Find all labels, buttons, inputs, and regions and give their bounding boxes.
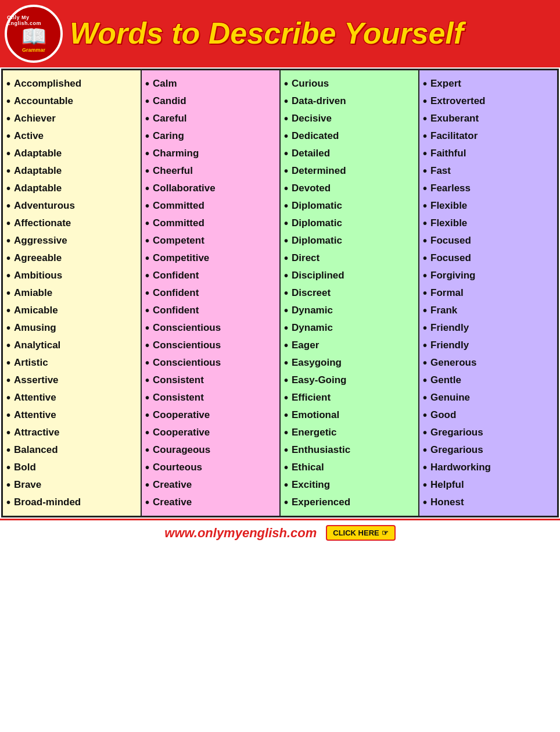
cursor-icon: ☞: [382, 529, 389, 537]
list-item: Disciplined: [284, 267, 415, 284]
logo-book-icon: 📖: [21, 26, 47, 47]
list-item: Honest: [423, 494, 554, 511]
list-item: Consistent: [145, 372, 276, 389]
click-here-button[interactable]: CLICK HERE ☞: [326, 525, 395, 541]
list-item: Generous: [423, 354, 554, 372]
list-item: Easy-Going: [284, 372, 415, 389]
logo: Only My English.com 📖 Grammar: [5, 5, 63, 63]
list-item: Diplomatic: [284, 232, 415, 249]
list-item: Adaptable: [6, 180, 137, 197]
list-item: Attractive: [6, 424, 137, 441]
column-col4: ExpertExtrovertedExuberantFacilitatorFai…: [419, 70, 557, 516]
list-item: Extroverted: [423, 92, 554, 110]
list-item: Dedicated: [284, 127, 415, 145]
list-item: Flexible: [423, 215, 554, 232]
list-item: Charming: [145, 145, 276, 162]
word-list-col4: ExpertExtrovertedExuberantFacilitatorFai…: [423, 75, 554, 511]
list-item: Confident: [145, 284, 276, 302]
list-item: Fast: [423, 162, 554, 180]
list-item: Active: [6, 127, 137, 145]
list-item: Emotional: [284, 406, 415, 424]
list-item: Brave: [6, 476, 137, 494]
list-item: Determined: [284, 162, 415, 180]
word-list-col2: CalmCandidCarefulCaringCharmingCheerfulC…: [145, 75, 276, 511]
list-item: Adaptable: [6, 162, 137, 180]
list-item: Adventurous: [6, 197, 137, 215]
list-item: Courageous: [145, 441, 276, 459]
list-item: Achiever: [6, 110, 137, 127]
list-item: Amicable: [6, 302, 137, 319]
list-item: Bold: [6, 459, 137, 476]
list-item: Creative: [145, 494, 276, 511]
list-item: Caring: [145, 127, 276, 145]
list-item: Consistent: [145, 389, 276, 406]
list-item: Creative: [145, 476, 276, 494]
list-item: Experienced: [284, 494, 415, 511]
list-item: Ambitious: [6, 267, 137, 284]
list-item: Friendly: [423, 337, 554, 354]
list-item: Easygoing: [284, 354, 415, 372]
list-item: Good: [423, 406, 554, 424]
list-item: Aggressive: [6, 232, 137, 249]
list-item: Competitive: [145, 249, 276, 267]
list-item: Courteous: [145, 459, 276, 476]
list-item: Expert: [423, 75, 554, 92]
list-item: Attentive: [6, 389, 137, 406]
list-item: Direct: [284, 249, 415, 267]
footer-url: www.onlymyenglish.com: [164, 526, 317, 541]
list-item: Confident: [145, 302, 276, 319]
list-item: Cheerful: [145, 162, 276, 180]
list-item: Careful: [145, 110, 276, 127]
list-item: Committed: [145, 197, 276, 215]
list-item: Gentle: [423, 372, 554, 389]
list-item: Discreet: [284, 284, 415, 302]
list-item: Calm: [145, 75, 276, 92]
list-item: Focused: [423, 232, 554, 249]
list-item: Genuine: [423, 389, 554, 406]
main-content: AccomplishedAccountableAchieverActiveAda…: [1, 69, 559, 517]
list-item: Confident: [145, 267, 276, 284]
list-item: Devoted: [284, 180, 415, 197]
list-item: Forgiving: [423, 267, 554, 284]
list-item: Energetic: [284, 424, 415, 441]
list-item: Flexible: [423, 197, 554, 215]
list-item: Broad-minded: [6, 494, 137, 511]
list-item: Ethical: [284, 459, 415, 476]
list-item: Decisive: [284, 110, 415, 127]
list-item: Conscientious: [145, 319, 276, 337]
list-item: Gregarious: [423, 424, 554, 441]
list-item: Amiable: [6, 284, 137, 302]
list-item: Fearless: [423, 180, 554, 197]
column-col3: CuriousData-drivenDecisiveDedicatedDetai…: [281, 70, 419, 516]
list-item: Dynamic: [284, 302, 415, 319]
footer: www.onlymyenglish.com CLICK HERE ☞: [0, 519, 560, 545]
list-item: Facilitator: [423, 127, 554, 145]
list-item: Eager: [284, 337, 415, 354]
list-item: Faithful: [423, 145, 554, 162]
list-item: Detailed: [284, 145, 415, 162]
list-item: Frank: [423, 302, 554, 319]
list-item: Curious: [284, 75, 415, 92]
list-item: Formal: [423, 284, 554, 302]
list-item: Assertive: [6, 372, 137, 389]
list-item: Artistic: [6, 354, 137, 372]
list-item: Helpful: [423, 476, 554, 494]
list-item: Committed: [145, 215, 276, 232]
list-item: Amusing: [6, 319, 137, 337]
list-item: Competent: [145, 232, 276, 249]
list-item: Dynamic: [284, 319, 415, 337]
header: Only My English.com 📖 Grammar Words to D…: [0, 0, 560, 67]
list-item: Diplomatic: [284, 215, 415, 232]
list-item: Accountable: [6, 92, 137, 110]
list-item: Agreeable: [6, 249, 137, 267]
list-item: Gregarious: [423, 441, 554, 459]
click-here-label: CLICK HERE: [333, 529, 379, 537]
list-item: Conscientious: [145, 337, 276, 354]
list-item: Adaptable: [6, 145, 137, 162]
list-item: Data-driven: [284, 92, 415, 110]
list-item: Cooperative: [145, 424, 276, 441]
list-item: Diplomatic: [284, 197, 415, 215]
list-item: Collaborative: [145, 180, 276, 197]
list-item: Balanced: [6, 441, 137, 459]
list-item: Exciting: [284, 476, 415, 494]
